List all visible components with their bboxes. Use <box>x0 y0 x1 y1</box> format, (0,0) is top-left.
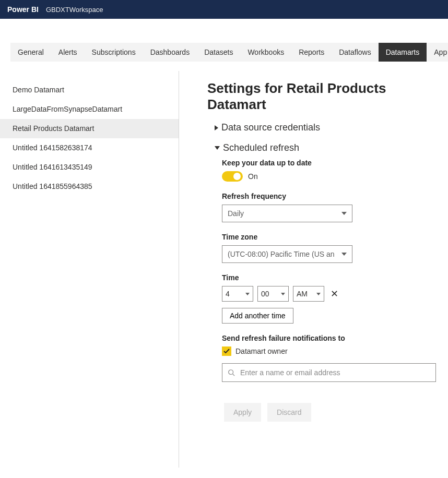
sidebar-item[interactable]: Untitled 1641582638174 <box>0 138 179 158</box>
settings-panel: Settings for Retail Products Datamart Da… <box>179 71 448 468</box>
chevron-down-icon <box>316 293 321 295</box>
section-scheduled-refresh: Scheduled refresh Keep your data up to d… <box>215 140 448 422</box>
tab-datamarts[interactable]: Datamarts <box>379 43 427 62</box>
sidebar-item[interactable]: Untitled 1641855964385 <box>0 177 179 196</box>
check-icon <box>223 348 230 354</box>
datamart-list-sidebar: Demo DatamartLargeDataFromSynapseDatamar… <box>0 71 179 468</box>
discard-button[interactable]: Discard <box>267 403 311 422</box>
tab-dashboards[interactable]: Dashboards <box>143 43 197 62</box>
sidebar-item[interactable]: Untitled 1641613435149 <box>0 158 179 177</box>
tab-datasets[interactable]: Datasets <box>197 43 240 62</box>
refresh-frequency-label: Refresh frequency <box>222 192 448 200</box>
page-title: Settings for Retail Products Datamart <box>207 80 448 113</box>
time-ampm-select[interactable]: AM <box>293 286 324 302</box>
content-area: Demo DatamartLargeDataFromSynapseDatamar… <box>0 71 448 468</box>
remove-time-button[interactable]: ✕ <box>328 289 340 298</box>
tab-dataflows[interactable]: Dataflows <box>332 43 378 62</box>
svg-point-0 <box>229 370 233 375</box>
owner-checkbox-row: Datamart owner <box>222 346 448 356</box>
section-body-refresh: Keep your data up to date On Refresh fre… <box>222 159 448 422</box>
workspace-label: GBDXTWorkspace <box>46 6 103 14</box>
refresh-frequency-select[interactable]: Daily <box>222 205 352 222</box>
select-value: 00 <box>261 290 269 298</box>
section-label: Scheduled refresh <box>223 142 299 153</box>
action-button-row: Apply Discard <box>224 403 448 422</box>
notification-recipient-input-wrapper <box>222 363 436 382</box>
time-minute-select[interactable]: 00 <box>257 286 289 302</box>
apply-button[interactable]: Apply <box>224 403 261 422</box>
sidebar-item[interactable]: LargeDataFromSynapseDatamart <box>0 100 179 119</box>
tab-reports[interactable]: Reports <box>291 43 332 62</box>
chevron-down-icon <box>245 293 250 295</box>
section-header-credentials[interactable]: Data source credentials <box>215 120 448 135</box>
section-data-source-credentials: Data source credentials <box>215 120 448 135</box>
chevron-down-icon <box>281 293 285 295</box>
time-hour-select[interactable]: 4 <box>222 286 253 302</box>
checkbox-label: Datamart owner <box>235 347 288 355</box>
datamart-owner-checkbox[interactable] <box>222 346 231 356</box>
timezone-select[interactable]: (UTC-08:00) Pacific Time (US an <box>222 245 352 263</box>
toggle-knob <box>233 173 241 180</box>
select-value: 4 <box>226 290 230 298</box>
notify-label: Send refresh failure notifications to <box>222 334 448 342</box>
caret-right-icon <box>215 125 218 130</box>
tab-app[interactable]: App <box>427 43 448 62</box>
select-value: AM <box>297 290 308 298</box>
brand-label: Power BI <box>7 5 39 14</box>
toggle-state-label: On <box>248 172 258 181</box>
time-label: Time <box>222 273 448 282</box>
tab-alerts[interactable]: Alerts <box>51 43 85 62</box>
select-value: Daily <box>228 209 244 218</box>
toggle-row: On <box>222 171 448 182</box>
select-value: (UTC-08:00) Pacific Time (US an <box>228 250 335 258</box>
keep-data-label: Keep your data up to date <box>222 159 448 167</box>
timezone-label: Time zone <box>222 233 448 241</box>
keep-data-toggle[interactable] <box>222 171 243 182</box>
section-header-refresh[interactable]: Scheduled refresh <box>215 140 448 156</box>
notification-recipient-input[interactable] <box>239 368 430 377</box>
time-row: 4 00 AM ✕ <box>222 286 448 302</box>
add-another-time-button[interactable]: Add another time <box>222 308 293 324</box>
sidebar-item[interactable]: Demo Datamart <box>0 80 179 100</box>
section-label: Data source credentials <box>221 122 320 133</box>
chevron-down-icon <box>341 253 347 256</box>
tab-workbooks[interactable]: Workbooks <box>240 43 291 62</box>
settings-tabbar: GeneralAlertsSubscriptionsDashboardsData… <box>0 43 448 62</box>
sidebar-item[interactable]: Retail Products Datamart <box>0 119 179 138</box>
top-bar: Power BI GBDXTWorkspace <box>0 0 448 19</box>
search-icon <box>228 369 235 376</box>
tab-general[interactable]: General <box>10 43 51 62</box>
svg-line-1 <box>233 374 235 376</box>
tab-subscriptions[interactable]: Subscriptions <box>85 43 143 62</box>
caret-down-icon <box>215 146 220 150</box>
chevron-down-icon <box>341 212 347 215</box>
